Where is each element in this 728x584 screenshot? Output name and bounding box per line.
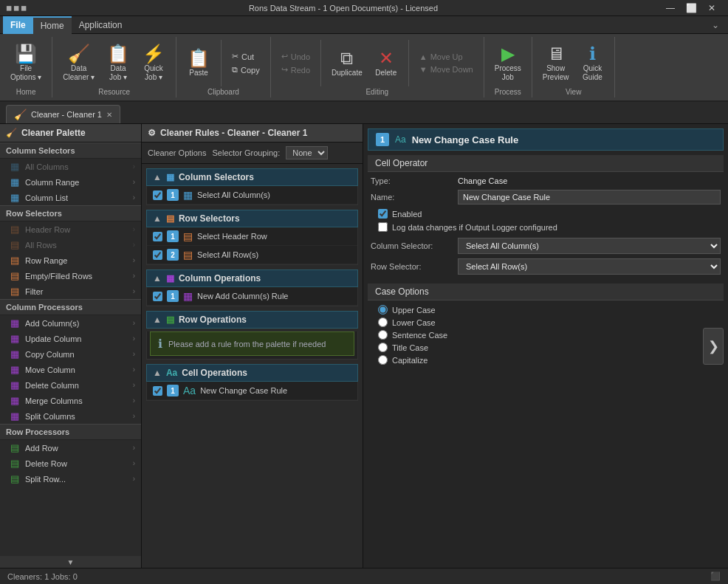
- duplicate-button[interactable]: ⧉ Duplicate: [327, 48, 367, 79]
- process-job-button[interactable]: ▶ ProcessJob: [490, 44, 526, 83]
- props-panel: 1 Aa New Change Case Rule Cell Operator …: [363, 124, 728, 568]
- menu-tab-file[interactable]: File: [3, 16, 33, 34]
- file-options-button[interactable]: 💾 FileOptions ▾: [6, 44, 46, 83]
- paste-button[interactable]: 📋 Paste: [182, 48, 215, 79]
- props-radio-capitalize-label: Capitalize: [392, 356, 427, 365]
- add-row-icon: ▤: [9, 442, 21, 453]
- ribbon-group-editing: ↩ Undo ↪ Redo ⧉ Duplicate ✕ Delete ▲: [271, 37, 484, 97]
- props-radio-upper-label: Upper Case: [392, 306, 436, 315]
- palette-item-column-list[interactable]: ▦ Column List ›: [0, 190, 141, 205]
- props-log-checkbox[interactable]: [378, 222, 388, 232]
- quick-job-button[interactable]: ⚡ QuickJob ▾: [137, 44, 170, 83]
- rule-co1-icon: ▦: [183, 290, 193, 302]
- palette-item-add-columns[interactable]: ▦ Add Column(s) ›: [0, 315, 141, 331]
- merge-columns-arrow: ›: [133, 396, 135, 405]
- props-row-selector-select[interactable]: Select All Row(s): [458, 258, 721, 275]
- rule-section-cell-operations-header[interactable]: ▲ Aa Cell Operations: [146, 364, 358, 382]
- palette-item-row-range[interactable]: ▤ Row Range ›: [0, 253, 141, 268]
- copy-button[interactable]: ⧉ Copy: [227, 63, 264, 76]
- ribbon-group-resource: 🧹 DataCleaner ▾ 📋 DataJob ▾ ⚡ QuickJob ▾…: [52, 37, 176, 97]
- palette-item-column-range[interactable]: ▦ Column Range ›: [0, 174, 141, 190]
- menu-tab-application[interactable]: Application: [72, 16, 130, 34]
- rule-rs2-checkbox[interactable]: [153, 250, 162, 260]
- split-columns-arrow: ›: [133, 412, 135, 420]
- doc-tab-label: Cleaner - Cleaner 1: [31, 110, 102, 119]
- rule-cs1-icon: ▦: [183, 189, 193, 201]
- rule-cell1-checkbox[interactable]: [153, 386, 162, 396]
- rule-section-column-selectors-header[interactable]: ▲ ▦ Column Selectors: [146, 168, 358, 186]
- selector-grouping-select[interactable]: None: [286, 146, 328, 159]
- move-down-label: Move Down: [430, 65, 473, 74]
- quick-job-icon: ⚡: [142, 45, 165, 63]
- rules-header: ⚙ Cleaner Rules - Cleaner - Cleaner 1: [142, 124, 363, 142]
- minimize-button[interactable]: —: [660, 0, 681, 16]
- move-down-button[interactable]: ▼ Move Down: [415, 63, 478, 75]
- palette-item-filter[interactable]: ▤ Filter ›: [0, 284, 141, 299]
- header-row-label: Header Row: [25, 225, 70, 234]
- split-row-arrow: ›: [133, 475, 135, 483]
- close-button[interactable]: ✕: [701, 0, 722, 16]
- col-selectors-toggle: ▲: [153, 172, 162, 182]
- rule-item-co1: 1 ▦ New Add Column(s) Rule: [147, 287, 357, 306]
- ribbon-group-process: ▶ ProcessJob Process: [484, 37, 532, 97]
- menu-tab-home[interactable]: Home: [33, 16, 72, 34]
- maximize-button[interactable]: ⬜: [681, 0, 701, 16]
- rule-section-column-operations-header[interactable]: ▲ ▦ Column Operations: [146, 269, 358, 287]
- doc-tab-cleaner1[interactable]: 🧹 Cleaner - Cleaner 1 ✕: [6, 105, 120, 123]
- rules-options-label: Cleaner Options: [148, 148, 207, 157]
- move-column-arrow: ›: [133, 365, 135, 374]
- palette-item-move-column[interactable]: ▦ Move Column ›: [0, 362, 141, 377]
- palette-item-add-row[interactable]: ▤ Add Row ›: [0, 440, 141, 456]
- rule-cs1-label: Select All Column(s): [197, 190, 351, 199]
- move-up-button[interactable]: ▲ Move Up: [415, 51, 478, 63]
- update-column-label: Update Column: [25, 334, 81, 343]
- cut-button[interactable]: ✂ Cut: [227, 50, 264, 63]
- rule-co1-checkbox[interactable]: [153, 292, 162, 301]
- palette-item-empty-filled[interactable]: ▤ Empty/Filled Rows ›: [0, 268, 141, 284]
- redo-button[interactable]: ↪ Redo: [277, 63, 315, 76]
- rule-rs2-icon: ▤: [183, 249, 193, 261]
- rule-rs1-checkbox[interactable]: [153, 232, 162, 241]
- props-header-num: 1: [376, 133, 389, 146]
- palette-item-delete-column[interactable]: ▦ Delete Column ›: [0, 377, 141, 393]
- move-up-label: Move Up: [430, 52, 463, 61]
- props-radio-sentence-input[interactable]: [378, 330, 388, 340]
- delete-button[interactable]: ✕ Delete: [370, 48, 402, 79]
- all-rows-label: All Rows: [25, 241, 57, 250]
- props-radio-upper-input[interactable]: [378, 305, 388, 315]
- rule-section-row-operations-header[interactable]: ▲ ▤ Row Operations: [146, 311, 358, 329]
- header-row-icon: ▤: [9, 224, 21, 235]
- palette-item-merge-columns[interactable]: ▦ Merge Columns ›: [0, 393, 141, 408]
- props-enabled-checkbox[interactable]: [378, 209, 388, 219]
- props-radio-capitalize-input[interactable]: [378, 355, 388, 365]
- all-columns-label: All Columns: [25, 162, 69, 171]
- quick-guide-button[interactable]: ℹ QuickGuide: [576, 44, 608, 83]
- undo-redo-group: ↩ Undo ↪ Redo: [277, 50, 315, 76]
- palette-item-update-column[interactable]: ▦ Update Column ›: [0, 331, 141, 346]
- props-col-selector-select[interactable]: Select All Column(s): [458, 238, 721, 254]
- rule-cs1-checkbox[interactable]: [153, 190, 162, 200]
- tab-area: 🧹 Cleaner - Cleaner 1 ✕: [0, 102, 728, 124]
- palette-item-delete-row[interactable]: ▤ Delete Row ›: [0, 456, 141, 471]
- props-row-selector-label: Row Selector:: [371, 262, 452, 271]
- data-cleaner-button[interactable]: 🧹 DataCleaner ▾: [58, 44, 99, 83]
- ribbon-group-view: 🖥 ShowPreview ℹ QuickGuide View: [532, 37, 616, 97]
- data-job-button[interactable]: 📋 DataJob ▾: [102, 44, 134, 83]
- props-header-title: New Change Case Rule: [412, 134, 519, 145]
- props-radio-title-input[interactable]: [378, 343, 388, 352]
- props-nav-arrow[interactable]: ❯: [703, 328, 724, 365]
- undo-button[interactable]: ↩ Undo: [277, 50, 315, 63]
- show-preview-button[interactable]: 🖥 ShowPreview: [538, 44, 574, 83]
- props-section-case-options: Case Options: [368, 284, 724, 300]
- props-header: 1 Aa New Change Case Rule: [368, 128, 724, 151]
- doc-tab-close[interactable]: ✕: [106, 111, 112, 119]
- palette-scroll-down[interactable]: ▼: [0, 556, 141, 568]
- palette-item-copy-column[interactable]: ▦ Copy Column ›: [0, 346, 141, 362]
- palette-item-split-columns[interactable]: ▦ Split Columns ›: [0, 408, 141, 424]
- palette-section-column-selectors: Column Selectors: [0, 142, 141, 159]
- props-radio-lower-input[interactable]: [378, 317, 388, 327]
- props-name-input[interactable]: [458, 190, 721, 205]
- palette-item-split-row[interactable]: ▤ Split Row... ›: [0, 471, 141, 487]
- rule-section-row-selectors-header[interactable]: ▲ ▤ Row Selectors: [146, 210, 358, 227]
- cut-copy-group: ✂ Cut ⧉ Copy: [227, 50, 264, 76]
